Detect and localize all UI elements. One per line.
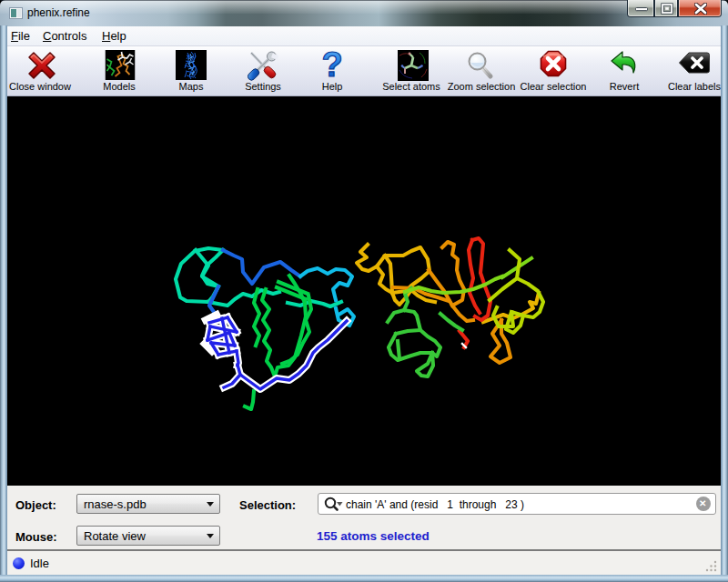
svg-text:?: ? bbox=[321, 50, 342, 81]
